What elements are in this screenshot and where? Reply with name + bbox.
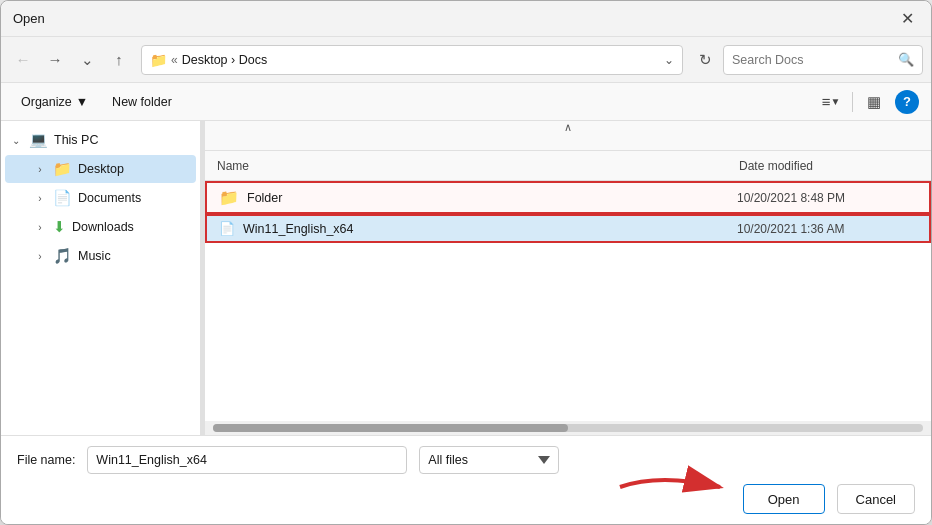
downloads-chevron: › — [33, 222, 47, 233]
search-input[interactable] — [732, 53, 894, 67]
view-icon: ≡ — [822, 93, 831, 110]
toolbar-divider — [852, 92, 853, 112]
close-button[interactable]: ✕ — [895, 7, 919, 31]
search-bar: 🔍 — [723, 45, 923, 75]
col-date-header[interactable]: Date modified — [739, 159, 919, 173]
recent-locations-button[interactable]: ⌄ — [73, 46, 101, 74]
sidebar: ⌄ 💻 This PC › 📁 Desktop › 📄 Documents › … — [1, 121, 201, 435]
title-bar: Open ✕ — [1, 1, 931, 37]
this-pc-icon: 💻 — [29, 131, 48, 149]
desktop-label: Desktop — [78, 162, 124, 176]
filetype-select[interactable]: All files Text files ISO files All forma… — [419, 446, 559, 474]
file-date: 10/20/2021 8:48 PM — [737, 191, 917, 205]
open-dialog: Open ✕ ← → ⌄ ↑ 📁 « Desktop › Docs ⌄ ↻ 🔍 … — [0, 0, 932, 525]
organize-label: Organize — [21, 95, 72, 109]
documents-chevron: › — [33, 193, 47, 204]
pane-button[interactable]: ▦ — [859, 88, 889, 116]
horizontal-scrollbar[interactable] — [205, 421, 931, 435]
iso-icon: 📄 — [219, 221, 235, 236]
col-name-header[interactable]: Name — [217, 159, 739, 173]
new-folder-label: New folder — [112, 95, 172, 109]
sidebar-item-downloads[interactable]: › ⬇ Downloads — [5, 213, 196, 241]
filename-row: File name: All files Text files ISO file… — [17, 446, 915, 474]
path-folder-icon: 📁 — [150, 52, 167, 68]
music-icon: 🎵 — [53, 247, 72, 265]
file-name: Folder — [247, 191, 737, 205]
sidebar-item-music[interactable]: › 🎵 Music — [5, 242, 196, 270]
file-list-header: Name Date modified — [205, 151, 931, 181]
new-folder-button[interactable]: New folder — [104, 91, 180, 113]
action-row: Open Cancel — [17, 484, 915, 514]
music-label: Music — [78, 249, 111, 263]
folder-icon: 📁 — [219, 188, 239, 207]
path-bar: 📁 « Desktop › Docs ⌄ — [141, 45, 683, 75]
toolbar: Organize ▼ New folder ≡ ▼ ▦ ? — [1, 83, 931, 121]
organize-button[interactable]: Organize ▼ — [13, 91, 96, 113]
desktop-icon: 📁 — [53, 160, 72, 178]
file-area: ∧ Name Date modified 📁 Folder 10/20/2021… — [205, 121, 931, 435]
toolbar-right: ≡ ▼ ▦ ? — [816, 88, 919, 116]
search-icon: 🔍 — [898, 52, 914, 67]
path-separator: « — [171, 53, 178, 67]
forward-button[interactable]: → — [41, 46, 69, 74]
nav-bar: ← → ⌄ ↑ 📁 « Desktop › Docs ⌄ ↻ 🔍 — [1, 37, 931, 83]
pane-icon: ▦ — [867, 93, 881, 111]
path-desktop[interactable]: Desktop — [182, 53, 228, 67]
table-row[interactable]: 📁 Folder 10/20/2021 8:48 PM — [205, 181, 931, 214]
main-content: ⌄ 💻 This PC › 📁 Desktop › 📄 Documents › … — [1, 121, 931, 435]
refresh-button[interactable]: ↻ — [691, 46, 719, 74]
sidebar-item-desktop[interactable]: › 📁 Desktop — [5, 155, 196, 183]
bottom-bar: File name: All files Text files ISO file… — [1, 435, 931, 524]
up-button[interactable]: ↑ — [105, 46, 133, 74]
sidebar-item-this-pc[interactable]: ⌄ 💻 This PC — [5, 126, 196, 154]
back-button[interactable]: ← — [9, 46, 37, 74]
view-button[interactable]: ≡ ▼ — [816, 88, 846, 116]
file-name: Win11_English_x64 — [243, 222, 737, 236]
sidebar-item-documents[interactable]: › 📄 Documents — [5, 184, 196, 212]
documents-icon: 📄 — [53, 189, 72, 207]
filename-label: File name: — [17, 453, 75, 467]
documents-label: Documents — [78, 191, 141, 205]
downloads-icon: ⬇ — [53, 218, 66, 236]
organize-chevron: ▼ — [76, 95, 88, 109]
path-docs[interactable]: Docs — [239, 53, 267, 67]
path-arrow: › — [231, 53, 239, 67]
this-pc-label: This PC — [54, 133, 98, 147]
view-chevron: ▼ — [830, 96, 840, 107]
help-button[interactable]: ? — [895, 90, 919, 114]
this-pc-chevron: ⌄ — [9, 135, 23, 146]
filename-input[interactable] — [87, 446, 407, 474]
dialog-title: Open — [13, 11, 895, 26]
table-row[interactable]: 📄 Win11_English_x64 10/20/2021 1:36 AM — [205, 214, 931, 243]
file-date: 10/20/2021 1:36 AM — [737, 222, 917, 236]
scrollbar-thumb[interactable] — [213, 424, 568, 432]
desktop-chevron: › — [33, 164, 47, 175]
path-dropdown-chevron[interactable]: ⌄ — [664, 53, 674, 67]
music-chevron: › — [33, 251, 47, 262]
scrollbar-track — [213, 424, 923, 432]
path-text: Desktop › Docs — [182, 53, 660, 67]
file-list-scroll: 📁 Folder 10/20/2021 8:48 PM 📄 Win11_Engl… — [205, 181, 931, 421]
cancel-button[interactable]: Cancel — [837, 484, 915, 514]
open-button[interactable]: Open — [743, 484, 825, 514]
downloads-label: Downloads — [72, 220, 134, 234]
